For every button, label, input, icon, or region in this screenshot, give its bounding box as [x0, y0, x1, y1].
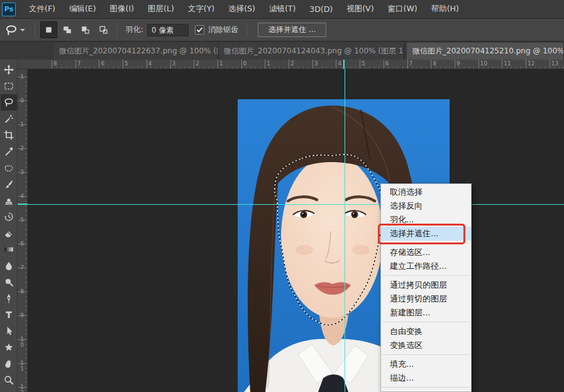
menubar-item-3[interactable]: 图像(I)	[103, 0, 141, 19]
move-icon	[4, 65, 14, 75]
eraser-tool[interactable]	[1, 225, 17, 241]
current-tool-preset[interactable]	[0, 24, 30, 36]
type-icon	[4, 310, 14, 320]
menu-item[interactable]: 描边...	[381, 371, 471, 385]
new-selection-icon	[43, 24, 54, 35]
path-selection-icon	[4, 326, 14, 336]
history-brush-icon	[4, 212, 14, 222]
menu-item[interactable]: 新建图层...	[381, 306, 471, 320]
type-tool[interactable]	[1, 307, 17, 323]
menubar-item-2[interactable]: 编辑(E)	[62, 0, 103, 19]
eyedropper-tool[interactable]	[1, 143, 17, 160]
new-selection-button[interactable]	[40, 21, 57, 38]
pen-icon	[4, 293, 14, 303]
tools-panel	[0, 60, 18, 392]
menu-item[interactable]: 选择反向	[381, 199, 471, 213]
ruler-number: 2	[196, 61, 199, 67]
menu-item[interactable]: 自由变换	[381, 325, 471, 339]
ruler-number: 7	[19, 265, 25, 271]
magic-wand-icon	[4, 114, 14, 124]
menu-item[interactable]: 通过剪切的图层	[381, 292, 471, 306]
menubar-item-5[interactable]: 文字(Y)	[181, 0, 221, 19]
menu-item[interactable]: 羽化...	[381, 213, 471, 227]
menubar-item-10[interactable]: 窗口(W)	[381, 0, 424, 19]
intersect-selection-icon	[98, 24, 109, 35]
ruler-number: 13	[551, 61, 558, 67]
path-selection-tool[interactable]	[1, 323, 17, 339]
ruler-number: 8	[433, 61, 436, 67]
menubar-item-1[interactable]: 文件(F)	[22, 0, 62, 19]
menu-item[interactable]: 通过拷贝的图层	[381, 278, 471, 292]
pen-tool[interactable]	[1, 290, 17, 307]
ruler-number: 10	[480, 61, 487, 67]
custom-shape-tool[interactable]	[1, 339, 17, 356]
divider	[246, 23, 247, 37]
ps-logo-icon: Ps	[2, 3, 16, 16]
eyedropper-icon	[4, 146, 14, 156]
menu-item[interactable]: 建立工作路径...	[381, 259, 471, 273]
clone-stamp-icon	[4, 195, 14, 205]
ruler-number: 1	[219, 61, 223, 67]
menu-item[interactable]: 取消选择	[381, 185, 471, 199]
rectangular-marquee-tool[interactable]	[1, 78, 17, 94]
menubar-item-8[interactable]: 3D(D)	[302, 0, 340, 19]
history-brush-tool[interactable]	[1, 209, 17, 225]
zoom-tool[interactable]	[1, 372, 17, 388]
dodge-tool[interactable]	[1, 274, 17, 290]
canvas-area[interactable]	[28, 69, 564, 392]
clone-stamp-tool[interactable]	[1, 192, 17, 209]
ruler-number: 9	[456, 61, 460, 67]
horizontal-guide[interactable]	[28, 204, 564, 205]
ruler-number: 3	[314, 61, 318, 67]
antialias-label: 消除锯齿	[208, 24, 238, 35]
blur-icon	[4, 261, 14, 271]
menu-item-select-and-mask[interactable]: 选择并遮住...	[381, 227, 471, 241]
intersect-selection-button[interactable]	[95, 21, 112, 38]
menu-item[interactable]: 填充...	[381, 357, 471, 371]
document-tab-title: 微信图片_20200704124043.png @ 100% (图层 1, ..…	[224, 46, 404, 57]
hand-tool[interactable]	[1, 356, 17, 372]
vertical-guide[interactable]	[345, 69, 345, 392]
gradient-tool[interactable]	[1, 241, 17, 258]
crop-icon	[4, 130, 14, 140]
menubar-item-6[interactable]: 选择(S)	[221, 0, 262, 19]
brush-tool[interactable]	[1, 176, 17, 192]
menubar-item-4[interactable]: 图层(L)	[141, 0, 181, 19]
lasso-tool[interactable]	[1, 94, 17, 111]
ruler-number: 8	[53, 61, 57, 67]
feather-input[interactable]: 0 像素	[147, 24, 189, 36]
ruler-number: 10	[19, 337, 25, 348]
ruler-number: 12	[528, 61, 534, 67]
magic-wand-tool[interactable]	[1, 111, 17, 127]
lasso-icon	[4, 97, 14, 107]
crop-tool[interactable]	[1, 127, 17, 143]
move-tool[interactable]	[1, 62, 17, 78]
document-tab-3[interactable]: 微信图片_20200704125210.png @ 100%	[407, 43, 564, 60]
gradient-icon	[4, 244, 14, 254]
ruler-vertical[interactable]: 10123456789101112	[18, 69, 28, 392]
menubar-item-7[interactable]: 滤镜(T)	[262, 0, 302, 19]
document-tab-1[interactable]: 微信图片_20200704122637.png @ 100% (图层 1, ..…	[53, 43, 218, 60]
spot-healing-tool[interactable]	[1, 160, 17, 176]
document-tab-bar: 微信图片_20200704122637.png @ 100% (图层 1, ..…	[0, 41, 564, 60]
add-to-selection-icon	[62, 24, 72, 35]
context-menu: 取消选择选择反向羽化...选择并遮住...存储选区...建立工作路径...通过拷…	[380, 183, 472, 392]
menu-bar: Ps 文件(F)编辑(E)图像(I)图层(L)文字(Y)选择(S)滤镜(T)3D…	[0, 0, 564, 19]
subtract-from-selection-button[interactable]	[77, 21, 94, 38]
select-and-mask-button[interactable]: 选择并遮住 ...	[258, 23, 326, 37]
ruler-number: 11	[19, 361, 25, 372]
ruler-number: 6	[101, 61, 104, 67]
ruler-number: 7	[409, 61, 413, 67]
blur-tool[interactable]	[1, 258, 17, 274]
antialias-checkbox[interactable]	[195, 25, 204, 35]
eraser-icon	[4, 228, 14, 238]
menu-item[interactable]: 存储选区...	[381, 246, 471, 259]
check-icon	[197, 26, 203, 32]
menu-item[interactable]: 变换选区	[381, 339, 471, 352]
menubar-item-11[interactable]: 帮助(H)	[424, 0, 466, 19]
guide-marker	[18, 204, 28, 205]
ruler-horizontal[interactable]: 87654321012345678910111213	[18, 60, 564, 69]
document-tab-2[interactable]: 微信图片_20200704124043.png @ 100% (图层 1, ..…	[218, 43, 404, 60]
add-to-selection-button[interactable]	[58, 21, 75, 38]
menubar-item-9[interactable]: 视图(V)	[340, 0, 380, 19]
